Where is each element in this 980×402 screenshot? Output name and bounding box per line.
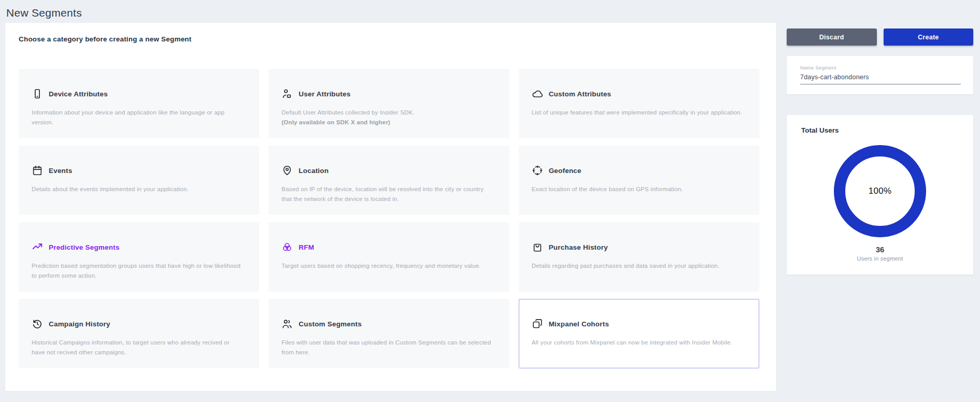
category-description: Details about the events implemented in … xyxy=(32,184,244,194)
category-description: All your cohorts from Mixpanel can now b… xyxy=(532,338,744,348)
category-card-geofence[interactable]: GeofenceExact location of the device bas… xyxy=(519,146,759,215)
category-description: List of unique features that were implem… xyxy=(532,108,744,118)
category-card-header: Custom Segments xyxy=(281,318,494,329)
category-description: Details regarding past purchases and dat… xyxy=(532,261,744,271)
category-card-mixpanel-cohorts[interactable]: Mixpanel CohortsAll your cohorts from Mi… xyxy=(519,299,759,368)
cloud-icon xyxy=(532,88,543,99)
category-title: Device Attributes xyxy=(49,90,108,98)
linked-squares-icon xyxy=(532,318,543,329)
venn-circles-icon xyxy=(281,241,293,253)
history-clock-icon xyxy=(32,318,43,329)
name-segment-card: Name Segment xyxy=(787,56,973,94)
discard-button[interactable]: Discard xyxy=(787,28,877,46)
trending-up-icon xyxy=(32,241,43,253)
category-description: Based on IP of the device, location will… xyxy=(281,184,494,204)
users-count: 36 xyxy=(787,245,973,254)
category-card-device-attributes[interactable]: Device AttributesInformation about your … xyxy=(19,69,259,138)
category-card-header: Mixpanel Cohorts xyxy=(532,318,744,329)
category-card-header: Purchase History xyxy=(532,241,744,253)
category-card-header: User Attributes xyxy=(281,88,494,99)
category-title: RFM xyxy=(299,243,314,251)
location-pin-icon xyxy=(281,165,293,176)
category-title: Geofence xyxy=(549,167,581,175)
name-segment-label: Name Segment xyxy=(800,65,962,70)
create-button[interactable]: Create xyxy=(884,28,974,46)
category-card-header: Geofence xyxy=(532,165,744,176)
category-card-predictive-segments[interactable]: Predictive SegmentsPrediction based segm… xyxy=(19,222,259,292)
user-icon xyxy=(281,88,293,99)
category-title: Purchase History xyxy=(549,243,608,251)
calendar-icon xyxy=(32,165,43,176)
category-card-header: Custom Attributes xyxy=(532,88,744,99)
category-description: Exact location of the device based on GP… xyxy=(532,184,744,194)
category-card-custom-segments[interactable]: Custom SegmentsFiles with user data that… xyxy=(268,299,509,368)
category-card-header: Campaign History xyxy=(32,318,244,329)
category-card-rfm[interactable]: RFMTarget users based on shopping recenc… xyxy=(268,222,509,292)
category-title: Location xyxy=(299,167,329,175)
category-title: Events xyxy=(49,167,72,175)
category-description: Information about your device and applic… xyxy=(32,108,244,127)
page-title: New Segments xyxy=(6,7,82,19)
category-description: Prediction based segmentation groups use… xyxy=(32,261,244,281)
category-card-user-attributes[interactable]: User AttributesDefault User Attributes c… xyxy=(268,69,509,138)
category-title: Mixpanel Cohorts xyxy=(549,320,609,328)
geofence-target-icon xyxy=(532,165,543,176)
name-segment-input[interactable] xyxy=(800,74,961,84)
category-card-header: Predictive Segments xyxy=(32,241,244,253)
category-card-header: Location xyxy=(281,165,494,176)
category-description: Default User Attributes collected by Ins… xyxy=(281,108,494,127)
category-title: Predictive Segments xyxy=(49,243,120,251)
category-card-header: RFM xyxy=(281,241,494,253)
action-buttons: Discard Create xyxy=(787,28,973,46)
shopping-bag-icon xyxy=(532,241,543,253)
users-group-icon xyxy=(281,318,293,329)
category-description: Files with user data that was uploaded i… xyxy=(281,338,494,357)
category-grid: Device AttributesInformation about your … xyxy=(19,69,759,368)
panel-subtitle: Choose a category before creating a new … xyxy=(19,35,192,43)
main-panel: Choose a category before creating a new … xyxy=(5,23,776,391)
category-description-note: (Only available on SDK X and higher) xyxy=(281,118,494,127)
category-card-campaign-history[interactable]: Campaign HistoryHistorical Campaigns inf… xyxy=(19,299,259,368)
category-card-location[interactable]: LocationBased on IP of the device, locat… xyxy=(268,146,509,215)
category-card-custom-attributes[interactable]: Custom AttributesList of unique features… xyxy=(519,69,759,138)
category-description: Target users based on shopping recency, … xyxy=(281,261,494,271)
users-caption: Users in segment xyxy=(787,255,973,262)
total-users-card: Total Users 100% 36 Users in segment xyxy=(787,115,973,275)
category-card-events[interactable]: EventsDetails about the events implement… xyxy=(19,146,259,215)
category-card-purchase-history[interactable]: Purchase HistoryDetails regarding past p… xyxy=(519,222,759,292)
donut-percent-label: 100% xyxy=(828,139,932,243)
total-users-heading: Total Users xyxy=(801,126,973,134)
mobile-icon xyxy=(32,88,43,99)
category-title: Custom Segments xyxy=(299,320,362,328)
category-card-header: Device Attributes xyxy=(32,88,244,99)
category-title: Custom Attributes xyxy=(549,90,612,98)
category-card-header: Events xyxy=(32,165,244,176)
category-title: User Attributes xyxy=(299,90,350,98)
total-users-donut: 100% xyxy=(828,139,932,243)
category-description: Historical Campaigns information, to tar… xyxy=(32,338,244,357)
category-title: Campaign History xyxy=(49,320,110,328)
